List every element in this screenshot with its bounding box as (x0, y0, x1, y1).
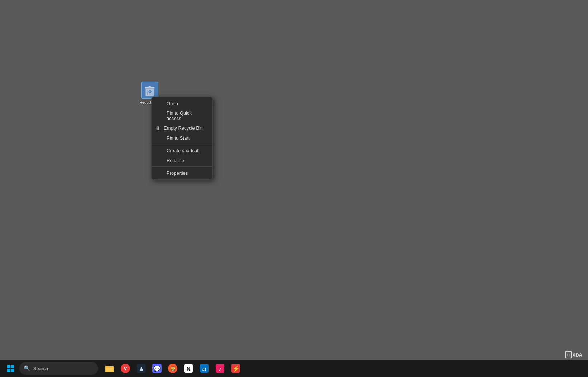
svg-text:V: V (124, 366, 127, 371)
svg-text:N: N (187, 366, 190, 372)
create-shortcut-icon (157, 147, 164, 154)
context-menu-create-shortcut-label: Create shortcut (167, 148, 199, 153)
context-menu-rename-label: Rename (167, 158, 184, 163)
svg-rect-7 (7, 365, 10, 368)
taskbar-app-vivaldi[interactable]: V (118, 361, 133, 376)
taskbar-app-steam[interactable]: ♟ (134, 361, 148, 376)
svg-rect-12 (105, 366, 109, 367)
context-menu-item-rename[interactable]: Rename (152, 155, 212, 165)
svg-rect-9 (7, 369, 10, 372)
svg-rect-8 (11, 365, 14, 368)
taskbar-app-calendar[interactable]: 31 (197, 361, 211, 376)
context-menu-open-label: Open (167, 101, 178, 106)
context-menu-item-pin-to-start[interactable]: Pin to Start (152, 133, 212, 143)
context-menu-pin-to-start-label: Pin to Start (167, 135, 190, 141)
taskbar-app-feedly[interactable]: ⚡ (229, 361, 243, 376)
context-menu-empty-recycle-bin-label: Empty Recycle Bin (164, 125, 203, 131)
context-menu-item-open[interactable]: Open (152, 98, 212, 108)
svg-rect-2 (149, 86, 151, 87)
context-menu-item-pin-quick-access[interactable]: Pin to Quick access (152, 108, 212, 123)
pin-to-start-icon (157, 135, 164, 141)
pin-quick-access-icon (157, 112, 164, 119)
context-menu-item-create-shortcut[interactable]: Create shortcut (152, 145, 212, 155)
xda-box-icon: □ (565, 351, 572, 358)
context-menu-item-properties[interactable]: Properties (152, 168, 212, 178)
search-icon: 🔍 (24, 365, 30, 372)
context-menu-separator-1 (152, 144, 212, 144)
properties-icon (157, 170, 164, 176)
start-button[interactable] (4, 362, 17, 375)
svg-text:♟: ♟ (139, 366, 144, 372)
svg-text:💬: 💬 (153, 365, 161, 372)
taskbar-apps: V ♟ 💬 🦁 N (102, 361, 243, 376)
search-label: Search (33, 366, 48, 371)
taskbar-app-music[interactable]: ♪ (213, 361, 227, 376)
rename-icon (157, 157, 164, 164)
taskbar-search[interactable]: 🔍 Search (19, 362, 98, 375)
taskbar-app-brave[interactable]: 🦁 (166, 361, 180, 376)
svg-text:🦁: 🦁 (170, 366, 176, 372)
xda-watermark: □ XDA (565, 351, 582, 358)
context-menu-pin-quick-access-label: Pin to Quick access (167, 110, 207, 121)
taskbar-app-discord[interactable]: 💬 (150, 361, 164, 376)
xda-text: XDA (573, 352, 582, 358)
svg-rect-13 (106, 368, 113, 372)
taskbar: 🔍 Search V ♟ (0, 360, 588, 377)
context-menu-properties-label: Properties (167, 170, 188, 176)
context-menu-separator-2 (152, 166, 212, 167)
recycle-bin-icon-image: ♻ (141, 82, 158, 99)
context-menu: Open Pin to Quick access 🗑 Empty Recycle… (151, 97, 213, 180)
svg-text:⚡: ⚡ (232, 365, 240, 373)
svg-text:31: 31 (202, 367, 206, 371)
svg-rect-10 (11, 369, 14, 372)
desktop: ♻ Recycle Bin Open Pin to Quick access 🗑… (0, 0, 588, 360)
taskbar-app-files[interactable] (102, 361, 117, 376)
taskbar-app-notion[interactable]: N (181, 361, 196, 376)
empty-recycle-bin-icon: 🗑 (154, 125, 161, 131)
svg-text:♪: ♪ (219, 366, 222, 372)
open-icon (157, 100, 164, 107)
context-menu-item-empty-recycle-bin[interactable]: 🗑 Empty Recycle Bin (152, 123, 212, 133)
